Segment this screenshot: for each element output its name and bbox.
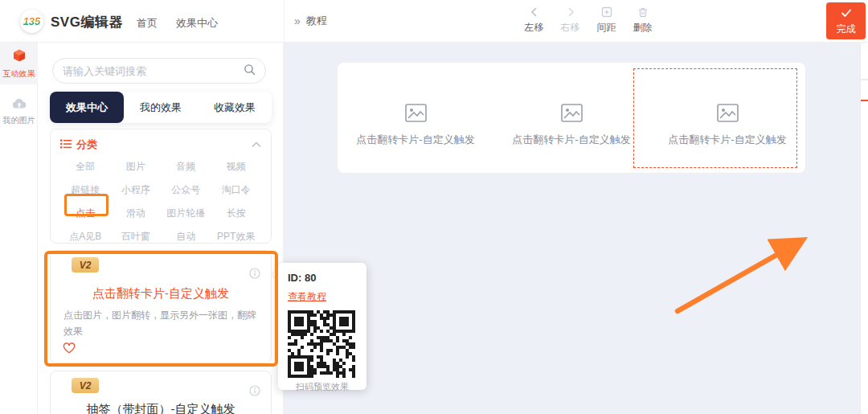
- arrange-toolbar: 左移 右移 间距 删除: [516, 6, 661, 35]
- category-item[interactable]: 滑动: [111, 207, 162, 220]
- category-item[interactable]: 百叶窗: [111, 230, 162, 244]
- nav-effect-center-link[interactable]: 效果中心: [176, 16, 218, 31]
- canvas-card-label: 点击翻转卡片-自定义触发: [356, 133, 474, 147]
- category-list-icon: [60, 137, 72, 152]
- canvas-flip-card-3-selected[interactable]: 点击翻转卡片-自定义触发: [649, 63, 805, 173]
- done-label: 完成: [837, 23, 856, 36]
- category-item[interactable]: 点A见B: [60, 230, 111, 244]
- effect-title[interactable]: 抽签（带封面）-自定义触发: [51, 402, 271, 414]
- category-item[interactable]: 超链接: [60, 183, 111, 197]
- category-item[interactable]: 小程序: [111, 183, 162, 197]
- canvas-flip-card-1[interactable]: 点击翻转卡片-自定义触发: [338, 63, 493, 173]
- category-section: 分类 全部 图片 音频 视频 超链接 小程序 公众号 淘口令 点击 滑动 图片轮…: [50, 129, 272, 244]
- view-tutorial-link[interactable]: 查看教程: [288, 290, 326, 304]
- category-item[interactable]: 视频: [211, 160, 262, 174]
- collapse-caret-icon[interactable]: [252, 141, 261, 148]
- effects-panel: 效果中心 我的效果 收藏效果 分类 全部 图片: [38, 43, 284, 414]
- app-logo[interactable]: 135: [20, 10, 43, 33]
- tutorial-label: 教程: [306, 14, 327, 28]
- search-icon[interactable]: [244, 64, 256, 79]
- info-icon[interactable]: [249, 385, 260, 396]
- spacing-icon: [601, 6, 612, 18]
- cube-icon: [12, 48, 27, 66]
- category-item[interactable]: PPT效果: [211, 230, 262, 244]
- tab-favorite-effects[interactable]: 收藏效果: [198, 92, 272, 123]
- effect-id-text: ID: 80: [288, 272, 358, 284]
- qr-caption: 扫码预览效果: [288, 381, 357, 393]
- check-icon: [841, 6, 852, 21]
- cloud-upload-icon: [12, 98, 27, 113]
- category-title: 分类: [76, 137, 97, 152]
- category-item[interactable]: 音频: [161, 160, 211, 174]
- sidebar-item-my-images[interactable]: 我的图片: [0, 91, 38, 133]
- move-left-button[interactable]: 左移: [516, 6, 552, 35]
- app-header: 135 SVG编辑器 首页 效果中心: [0, 0, 284, 43]
- right-cropped-panel: [860, 43, 868, 414]
- tab-my-effects[interactable]: 我的效果: [124, 92, 198, 123]
- category-grid: 全部 图片 音频 视频 超链接 小程序 公众号 淘口令 点击 滑动 图片轮播 长…: [60, 160, 261, 244]
- v2-badge: V2: [72, 378, 99, 393]
- stage-panel: 点击翻转卡片-自定义触发 点击翻转卡片-自定义触发 点击翻转卡片-自定义触发: [338, 63, 805, 173]
- category-item[interactable]: 全部: [60, 160, 111, 174]
- image-placeholder-icon: [405, 104, 427, 125]
- category-item[interactable]: 公众号: [161, 183, 211, 197]
- info-icon[interactable]: [249, 268, 260, 279]
- image-placeholder-icon: [561, 104, 583, 125]
- tutorial-button[interactable]: » 教程: [294, 14, 327, 28]
- category-item[interactable]: 图片: [111, 160, 162, 174]
- effect-title[interactable]: 点击翻转卡片-自定义触发: [51, 286, 271, 301]
- double-chevron-right-icon: »: [294, 15, 301, 27]
- effect-card-flip[interactable]: V2 点击翻转卡片-自定义触发 点击图片，图片翻转，显示另外一张图，翻牌效果: [50, 250, 272, 363]
- canvas-header: » 教程 左移 右移 间距: [284, 0, 868, 43]
- logo-text: 135: [23, 15, 41, 27]
- module-sidebar: 互动效果 我的图片: [0, 43, 38, 414]
- tab-effect-center[interactable]: 效果中心: [50, 92, 124, 123]
- search-box: [52, 58, 266, 84]
- canvas-card-label: 点击翻转卡片-自定义触发: [668, 133, 786, 147]
- editor-canvas[interactable]: 点击翻转卡片-自定义触发 点击翻转卡片-自定义触发 点击翻转卡片-自定义触发: [284, 43, 860, 414]
- nav-home-link[interactable]: 首页: [137, 16, 158, 31]
- search-input[interactable]: [63, 65, 244, 77]
- done-button[interactable]: 完成: [826, 2, 866, 39]
- svg-editor-app: 135 SVG编辑器 首页 效果中心 » 教程 左移 右移: [0, 0, 868, 414]
- category-item[interactable]: 自动: [161, 230, 211, 244]
- heart-favorite-icon[interactable]: [63, 342, 76, 354]
- right-panel-divider: [861, 79, 868, 80]
- spacing-button[interactable]: 间距: [588, 6, 624, 35]
- effect-card-lottery[interactable]: V2 抽签（带封面）-自定义触发: [50, 371, 272, 414]
- right-panel-accent-line: [861, 100, 868, 101]
- trash-icon: [637, 6, 649, 18]
- move-right-button[interactable]: 右移: [552, 6, 588, 35]
- category-item[interactable]: 图片轮播: [161, 207, 211, 220]
- category-item[interactable]: 淘口令: [211, 183, 262, 197]
- image-placeholder-icon: [717, 104, 739, 125]
- chevron-left-icon: [529, 6, 540, 18]
- chevron-right-icon: [565, 6, 576, 18]
- canvas-card-label: 点击翻转卡片-自定义触发: [512, 133, 630, 147]
- category-item[interactable]: 长按: [211, 207, 262, 220]
- v2-badge: V2: [72, 257, 99, 273]
- effect-info-tooltip: ID: 80 查看教程 扫码预览效果: [278, 263, 366, 390]
- annotation-arrow: [661, 226, 822, 322]
- category-item-click-selected[interactable]: 点击: [60, 207, 111, 220]
- qr-code: [288, 310, 355, 378]
- effect-description: 点击图片，图片翻转，显示另外一张图，翻牌效果: [63, 307, 260, 340]
- sidebar-item-interactive-effects[interactable]: 互动效果: [0, 43, 38, 84]
- delete-button[interactable]: 删除: [624, 6, 661, 35]
- panel-tabs: 效果中心 我的效果 收藏效果: [50, 92, 272, 123]
- page-title: SVG编辑器: [51, 13, 123, 31]
- header-nav: 首页 效果中心: [137, 16, 218, 31]
- canvas-flip-card-2[interactable]: 点击翻转卡片-自定义触发: [493, 63, 649, 173]
